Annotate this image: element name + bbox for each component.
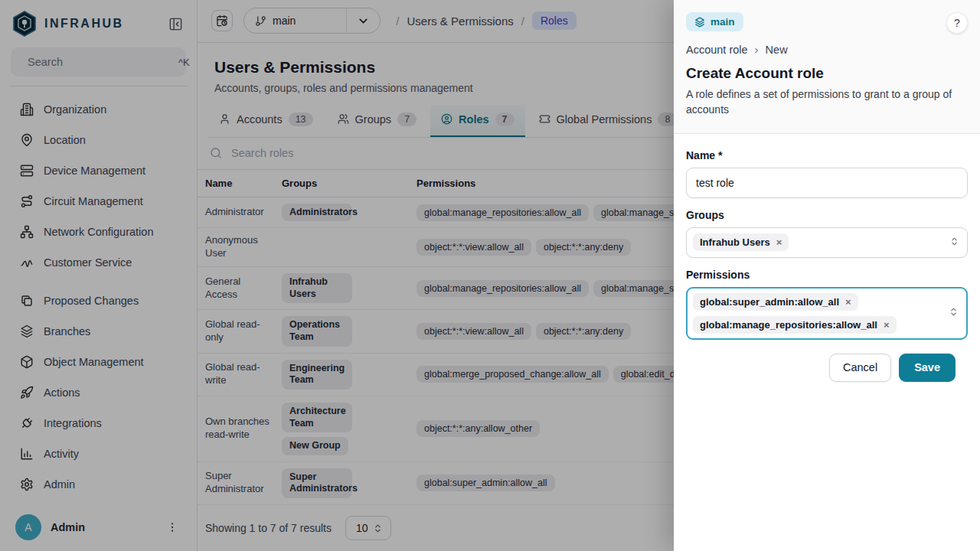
branch-badge: main	[686, 12, 743, 31]
remove-chip-icon[interactable]: ×	[776, 237, 782, 247]
drawer-breadcrumb-parent[interactable]: Account role	[686, 44, 748, 56]
chevrons-up-down-icon	[949, 306, 959, 320]
chevron-right-icon: ›	[755, 43, 759, 56]
selected-group-chip: Infrahub Users ×	[693, 233, 789, 251]
drawer-breadcrumb-current: New	[766, 44, 788, 56]
create-role-drawer: main ? Account role › New Create Account…	[674, 0, 980, 551]
remove-chip-icon[interactable]: ×	[884, 320, 890, 330]
drawer-breadcrumb: Account role › New	[686, 43, 968, 56]
branch-badge-label: main	[710, 16, 735, 28]
name-field[interactable]	[686, 168, 968, 198]
layers-icon	[694, 17, 705, 28]
selected-permission-chip: global:super_admin:allow_all ×	[693, 293, 858, 311]
drawer-description: A role defines a set of permissions to g…	[686, 86, 954, 118]
permissions-field-label: Permissions	[686, 269, 968, 281]
chevrons-up-down-icon	[949, 236, 959, 249]
chip-label: Infrahub Users	[700, 236, 770, 248]
help-icon: ?	[954, 17, 960, 29]
name-field-label: Name *	[686, 149, 968, 161]
help-button[interactable]: ?	[946, 12, 968, 34]
drawer-title: Create Account role	[686, 65, 968, 82]
selected-permission-chip: global:manage_repositories:allow_all ×	[693, 316, 897, 334]
groups-multiselect[interactable]: Infrahub Users ×	[686, 227, 968, 258]
drawer-header: main ? Account role › New Create Account…	[674, 0, 980, 134]
permissions-multiselect[interactable]: global:super_admin:allow_all × global:ma…	[686, 287, 968, 340]
cancel-button[interactable]: Cancel	[829, 354, 891, 382]
groups-field-label: Groups	[686, 209, 968, 221]
modal-overlay[interactable]	[0, 0, 674, 551]
app-root: INFRAHUB ^K Organization Location Device…	[0, 0, 980, 551]
drawer-actions: Cancel Save	[686, 340, 968, 396]
chip-label: global:super_admin:allow_all	[700, 296, 839, 308]
save-button[interactable]: Save	[899, 354, 956, 382]
remove-chip-icon[interactable]: ×	[845, 297, 851, 307]
chip-label: global:manage_repositories:allow_all	[700, 319, 877, 331]
create-role-form: Name * Groups Infrahub Users × Permissio…	[674, 134, 980, 551]
